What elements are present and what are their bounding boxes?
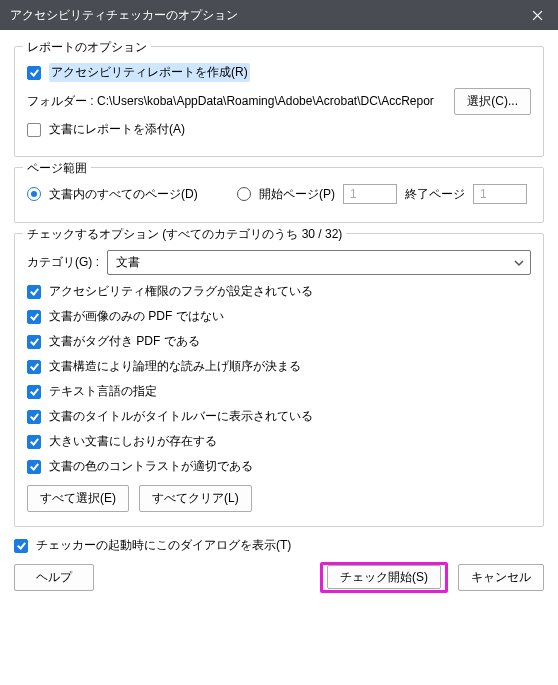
cancel-button[interactable]: キャンセル [458,564,544,591]
page-range-group: ページ範囲 文書内のすべてのページ(D) 開始ページ(P) 1 終了ページ 1 [14,167,544,223]
attach-report-checkbox[interactable] [27,123,41,137]
start-check-button[interactable]: チェック開始(S) [327,565,441,589]
start-check-highlight: チェック開始(S) [320,562,448,593]
check-item-checkbox[interactable] [27,460,41,474]
check-item-checkbox[interactable] [27,285,41,299]
help-button[interactable]: ヘルプ [14,564,94,591]
to-page-input[interactable]: 1 [473,184,527,204]
show-on-start-checkbox[interactable] [14,539,28,553]
check-item-label: 文書の色のコントラストが適切である [49,458,253,475]
check-item-checkbox[interactable] [27,410,41,424]
dialog-title: アクセシビリティチェッカーのオプション [10,7,522,24]
from-page-radio[interactable] [237,187,251,201]
category-value: 文書 [116,255,140,269]
check-item-checkbox[interactable] [27,360,41,374]
check-options-legend: チェックするオプション (すべてのカテゴリのうち 30 / 32) [23,226,346,243]
create-report-checkbox[interactable] [27,66,41,80]
browse-button[interactable]: 選択(C)... [454,88,531,115]
chevron-down-icon [514,256,524,270]
check-item-label: アクセシビリティ権限のフラグが設定されている [49,283,313,300]
all-pages-radio[interactable] [27,187,41,201]
check-items-list: アクセシビリティ権限のフラグが設定されている 文書が画像のみの PDF ではない… [27,283,531,475]
report-options-group: レポートのオプション アクセシビリティレポートを作成(R) フォルダー : C:… [14,46,544,157]
close-icon[interactable] [522,0,552,30]
clear-all-button[interactable]: すべてクリア(L) [139,485,252,512]
category-select[interactable]: 文書 [107,250,531,275]
check-item-checkbox[interactable] [27,310,41,324]
check-item-label: 文書がタグ付き PDF である [49,333,200,350]
report-options-legend: レポートのオプション [23,39,151,56]
folder-path-text: フォルダー : C:\Users\koba\AppData\Roaming\Ad… [27,93,446,110]
check-item-label: テキスト言語の指定 [49,383,157,400]
page-range-legend: ページ範囲 [23,160,91,177]
check-item-label: 文書のタイトルがタイトルバーに表示されている [49,408,313,425]
show-on-start-label: チェッカーの起動時にこのダイアログを表示(T) [36,537,291,554]
to-page-label: 終了ページ [405,186,465,203]
create-report-label: アクセシビリティレポートを作成(R) [49,63,250,82]
check-options-group: チェックするオプション (すべてのカテゴリのうち 30 / 32) カテゴリ(G… [14,233,544,527]
check-item-label: 大きい文書にしおりが存在する [49,433,217,450]
check-item-checkbox[interactable] [27,335,41,349]
check-item-checkbox[interactable] [27,385,41,399]
attach-report-label: 文書にレポートを添付(A) [49,121,185,138]
check-item-label: 文書が画像のみの PDF ではない [49,308,224,325]
titlebar: アクセシビリティチェッカーのオプション [0,0,558,30]
from-page-label: 開始ページ(P) [259,186,335,203]
all-pages-label: 文書内のすべてのページ(D) [49,186,209,203]
category-label: カテゴリ(G) : [27,254,99,271]
check-item-label: 文書構造により論理的な読み上げ順序が決まる [49,358,301,375]
check-item-checkbox[interactable] [27,435,41,449]
from-page-input[interactable]: 1 [343,184,397,204]
select-all-button[interactable]: すべて選択(E) [27,485,129,512]
